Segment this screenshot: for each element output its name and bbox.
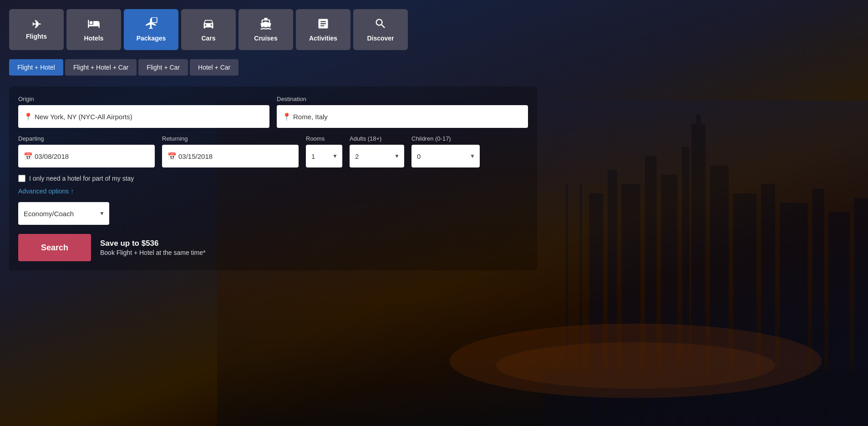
children-select[interactable]: 0 1 2 3 4 xyxy=(411,145,480,167)
save-subtitle: Book Flight + Hotel at the same time* xyxy=(100,249,206,256)
hotels-icon xyxy=(87,17,100,32)
cars-icon xyxy=(202,17,215,32)
adults-select[interactable]: 1 2 3 4 5 6 xyxy=(350,145,404,167)
hotel-partial-stay-label: I only need a hotel for part of my stay xyxy=(29,175,134,182)
hotel-partial-stay-row: I only need a hotel for part of my stay xyxy=(18,175,528,182)
departing-calendar-icon: 📅 xyxy=(24,152,33,161)
departing-input[interactable] xyxy=(18,145,155,167)
nav-tab-discover-label: Discover xyxy=(367,35,394,42)
nav-tab-hotels-label: Hotels xyxy=(84,35,104,42)
packages-icon xyxy=(145,17,157,32)
svg-point-20 xyxy=(496,342,775,389)
returning-label: Returning xyxy=(162,135,299,142)
search-button-label: Search xyxy=(41,243,68,252)
origin-label: Origin xyxy=(18,96,269,102)
adults-field-group: Adults (18+) 1 2 3 4 5 6 ▼ xyxy=(350,135,404,167)
adults-label: Adults (18+) xyxy=(350,135,404,142)
children-field-group: Children (0-17) 0 1 2 3 4 ▼ xyxy=(411,135,480,167)
nav-tab-packages[interactable]: Packages xyxy=(124,9,178,50)
nav-tab-discover[interactable]: Discover xyxy=(353,9,408,50)
nav-tab-flights-label: Flights xyxy=(26,33,47,40)
destination-label: Destination xyxy=(277,96,528,102)
svg-rect-8 xyxy=(696,115,700,124)
nav-tab-packages-label: Packages xyxy=(137,35,166,42)
flights-icon: ✈ xyxy=(32,19,41,30)
rooms-field-group: Rooms 1 2 3 4 5 ▼ xyxy=(306,135,342,167)
nav-tab-cars[interactable]: Cars xyxy=(181,9,236,50)
main-nav: ✈ Flights Hotels Packages xyxy=(9,9,537,50)
search-button[interactable]: Search xyxy=(18,234,91,261)
departing-field-group: Departing 📅 xyxy=(18,135,155,167)
subtab-flight-hotel-car[interactable]: Flight + Hotel + Car xyxy=(65,59,137,76)
destination-pin-icon: 📍 xyxy=(282,112,291,121)
nav-tab-activities-label: Activities xyxy=(309,35,337,42)
subtab-flight-car[interactable]: Flight + Car xyxy=(138,59,188,76)
returning-input[interactable] xyxy=(162,145,299,167)
children-label: Children (0-17) xyxy=(411,135,480,142)
destination-field-group: Destination 📍 xyxy=(277,96,528,128)
rooms-label: Rooms xyxy=(306,135,342,142)
nav-tab-flights[interactable]: ✈ Flights xyxy=(9,9,64,50)
cruises-icon xyxy=(259,17,272,32)
returning-field-group: Returning 📅 xyxy=(162,135,299,167)
advanced-options-arrow-icon: ↑ xyxy=(71,188,74,195)
svg-rect-21 xyxy=(152,17,157,23)
subtab-flight-hotel[interactable]: Flight + Hotel xyxy=(9,59,63,76)
origin-field-group: Origin 📍 xyxy=(18,96,269,128)
cabin-class-select[interactable]: Economy/Coach Business First Class xyxy=(18,202,109,225)
rooms-select[interactable]: 1 2 3 4 5 xyxy=(306,145,342,167)
nav-tab-hotels[interactable]: Hotels xyxy=(66,9,121,50)
activities-icon xyxy=(317,17,330,32)
nav-tab-activities[interactable]: Activities xyxy=(296,9,350,50)
subtab-flight-hotel-car-label: Flight + Hotel + Car xyxy=(73,64,128,71)
search-form: Origin 📍 Destination 📍 Dep xyxy=(9,86,537,270)
nav-tab-cruises-label: Cruises xyxy=(254,35,277,42)
subtab-hotel-car-label: Hotel + Car xyxy=(198,64,230,71)
origin-input[interactable] xyxy=(18,105,269,128)
subtab-hotel-car[interactable]: Hotel + Car xyxy=(190,59,239,76)
hotel-partial-stay-checkbox[interactable] xyxy=(18,175,25,182)
destination-input[interactable] xyxy=(277,105,528,128)
save-info: Save up to $536 Book Flight + Hotel at t… xyxy=(100,239,206,256)
nav-tab-cruises[interactable]: Cruises xyxy=(239,9,293,50)
cabin-class-row: Economy/Coach Business First Class ▼ xyxy=(18,202,528,225)
sub-tabs: Flight + Hotel Flight + Hotel + Car Flig… xyxy=(9,59,537,76)
nav-tab-cars-label: Cars xyxy=(201,35,215,42)
departing-label: Departing xyxy=(18,135,155,142)
search-row: Search Save up to $536 Book Flight + Hot… xyxy=(18,234,528,261)
discover-icon xyxy=(374,17,387,32)
advanced-options-label: Advanced options xyxy=(18,188,69,195)
save-amount: Save up to $536 xyxy=(100,239,206,248)
subtab-flight-hotel-label: Flight + Hotel xyxy=(17,64,55,71)
returning-calendar-icon: 📅 xyxy=(168,152,177,161)
subtab-flight-car-label: Flight + Car xyxy=(147,64,180,71)
advanced-options-link[interactable]: Advanced options ↑ xyxy=(18,188,528,195)
origin-pin-icon: 📍 xyxy=(24,112,33,121)
